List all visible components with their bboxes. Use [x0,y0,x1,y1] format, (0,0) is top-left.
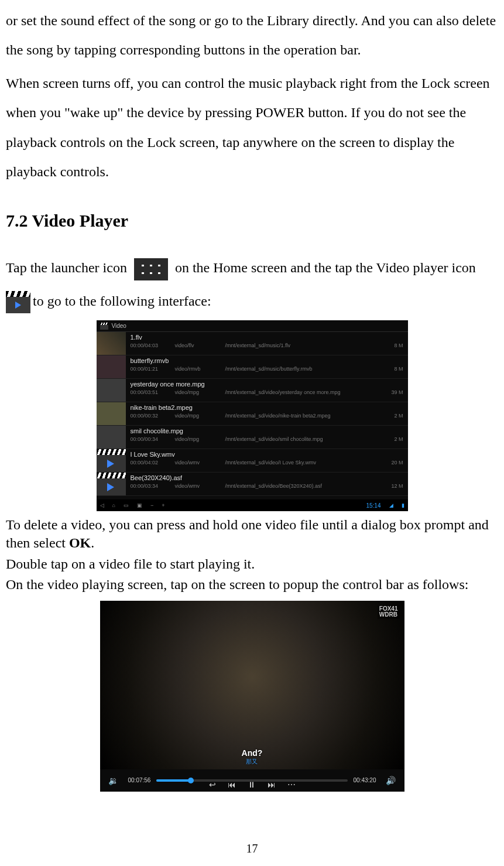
video-duration: 00:00/03:34 [131,483,175,489]
text: Tap the launcher icon [6,260,131,275]
video-list-item[interactable]: smil chocolite.mpg00:00/00:34video/mpg/m… [97,426,408,449]
video-size: 8 M [380,366,403,372]
video-name: nike-train beta2.mpeg [131,404,403,411]
elapsed-time: 00:07:56 [126,777,153,783]
video-list-item[interactable]: Bee(320X240).asf00:00/03:34video/wmv/mnt… [97,473,408,496]
video-size: 12 M [380,483,403,489]
volume-down-icon[interactable]: − [150,502,153,508]
video-name: 1.flv [131,334,403,341]
section-heading: 7.2 Video Player [6,211,498,231]
video-path: /mnt/external_sd/video/yesterday once mo… [225,389,380,395]
video-list-item[interactable]: yesterday once more.mpg00:00/03:51video/… [97,379,408,402]
paragraph: On the video playing screen, tap on the … [6,576,498,594]
back-icon[interactable]: ◁ [100,502,104,508]
video-type: video/flv [175,343,225,348]
video-name: yesterday once more.mpg [131,381,403,388]
clock: 15:14 [366,502,380,509]
subtitle: And? 那又 [242,748,263,766]
video-path: /mnt/external_sd/music/1.flv [225,343,380,348]
video-type: video/wmv [175,483,225,489]
paragraph: Tap the launcher icon on the Home screen… [6,253,498,282]
video-duration: 00:00/04:03 [131,343,175,348]
video-list-item[interactable]: nike-train beta2.mpeg00:00/00:32video/mp… [97,402,408,426]
next-button[interactable]: ⏭ [268,780,276,789]
video-thumbnail [97,379,126,402]
paragraph: or set the sound effect of the song or g… [6,6,498,65]
video-type: video/mpg [175,389,225,395]
video-thumbnail [97,426,126,449]
video-duration: 00:00/04:02 [131,460,175,465]
video-path: /mnt/external_sd/video/nike-train beta2.… [225,413,380,419]
text: on the Home screen and the tap the Video… [175,260,476,275]
screenshot-icon[interactable]: ▣ [137,502,142,508]
video-type: video/rmvb [175,366,225,372]
volume-up-button[interactable]: 🔊 [382,773,400,788]
prev-button[interactable]: ⏮ [228,780,236,789]
page-number: 17 [246,842,258,855]
video-name: I Love Sky.wmv [131,451,403,458]
home-icon[interactable]: ⌂ [112,502,115,508]
video-list-item[interactable]: 1.flv00:00/04:03video/flv/mnt/external_s… [97,332,408,355]
channel-logo: FOX41WDRB [378,605,400,619]
video-path: /mnt/external_sd/music/butterfly.rmvb [225,366,380,372]
wifi-icon: ◢ [389,502,393,508]
back-button[interactable]: ↩ [209,780,216,789]
bold-text: OK [69,535,91,550]
paragraph: When screen turns off, you can control t… [6,69,498,187]
video-list-item[interactable]: I Love Sky.wmv00:00/04:02video/wmv/mnt/e… [97,449,408,473]
system-navbar: ◁ ⌂ ▭ ▣ − + 15:14 ◢ ▮ [97,499,408,511]
video-path: /mnt/external_sd/video/Bee(320X240).asf [225,483,380,489]
volume-up-icon[interactable]: + [162,502,164,508]
text: to go to the following interface: [33,293,211,309]
video-type: video/wmv [175,460,225,465]
video-size: 2 M [380,436,403,442]
video-library-screenshot: Video 1.flv00:00/04:03video/flv/mnt/exte… [97,320,408,511]
video-type: video/mpg [175,413,225,419]
paragraph: Double tap on a video file to start play… [6,555,498,573]
launcher-icon [134,258,168,280]
video-thumbnail [97,473,126,495]
video-playback-screenshot: FOX41WDRB And? 那又 🔉 00:07:56 00:43:20 🔊 … [100,601,404,792]
video-size: 2 M [380,413,403,419]
video-duration: 00:00/03:51 [131,389,175,395]
text: . [91,535,94,550]
video-thumbnail [97,332,126,355]
menu-button[interactable]: ⋯ [287,780,296,789]
app-title: Video [112,323,126,329]
battery-icon: ▮ [402,502,404,508]
video-thumbnail [97,355,126,378]
paragraph: To delete a video, you can press and hol… [6,516,498,552]
video-thumbnail [97,402,126,425]
video-duration: 00:00/00:34 [131,436,175,442]
video-duration: 00:00/01:21 [131,366,175,372]
video-list-item[interactable]: butterfly.rmvb00:00/01:21video/rmvb/mnt/… [97,355,408,379]
video-player-icon [6,291,30,313]
video-size: 39 M [380,389,403,395]
video-path: /mnt/external_sd/video/I Love Sky.wmv [225,460,380,465]
video-duration: 00:00/00:32 [131,413,175,419]
paragraph: to go to the following interface: [6,286,498,316]
total-time: 00:43:20 [351,777,379,783]
volume-down-button[interactable]: 🔉 [105,773,122,788]
video-frame[interactable] [100,601,404,769]
video-name: Bee(320X240).asf [131,474,403,481]
video-name: smil chocolite.mpg [131,427,403,434]
video-path: /mnt/external_sd/video/smil chocolite.mp… [225,436,380,442]
video-size: 20 M [380,460,403,465]
titlebar: Video [97,320,408,332]
video-type: video/mpg [175,436,225,442]
video-app-icon [100,323,108,330]
video-thumbnail [97,449,126,472]
pause-button[interactable]: ⏸ [248,780,256,789]
recents-icon[interactable]: ▭ [124,502,129,508]
video-name: butterfly.rmvb [131,357,403,364]
video-size: 8 M [380,343,403,348]
